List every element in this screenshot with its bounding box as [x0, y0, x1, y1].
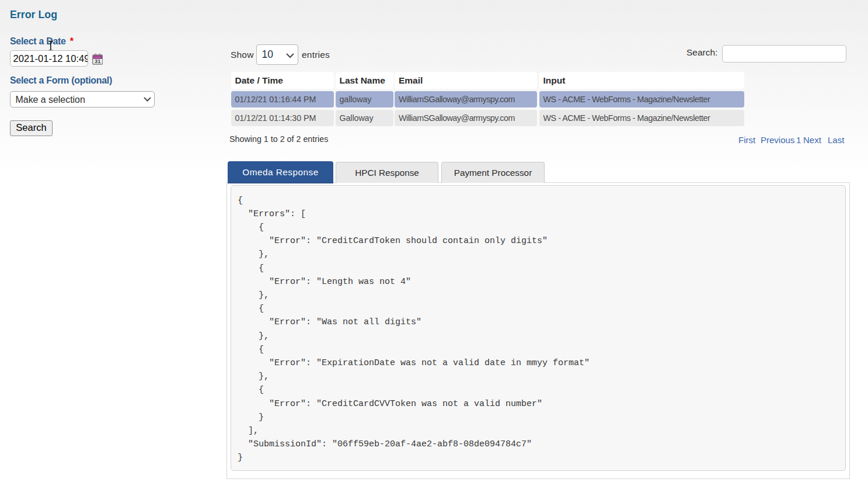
svg-text:31: 31 — [95, 58, 101, 64]
